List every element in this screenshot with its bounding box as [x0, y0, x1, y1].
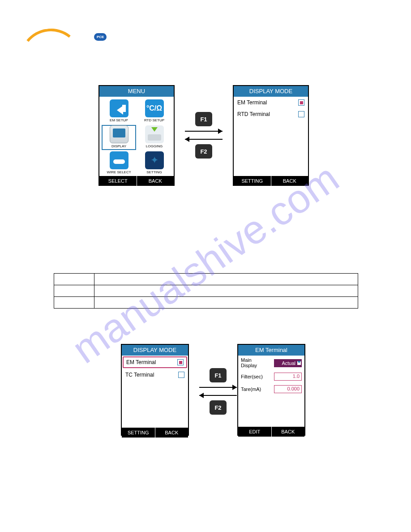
menu-item-label: EM SETUP: [101, 118, 137, 122]
table-row: [54, 274, 358, 285]
list-item-label: EM Terminal: [237, 99, 267, 106]
display-mode-title: DISPLAY MODE: [234, 86, 308, 97]
nav-keys-row1: F1 F2: [179, 112, 228, 159]
nav-keys-row2: F1 F2: [193, 368, 243, 415]
menu-item-label: LOGGING: [137, 144, 172, 148]
menu-item-logging[interactable]: LOGGING: [137, 124, 172, 150]
menu-item-label: DISPLAY: [101, 144, 137, 148]
arrow-left-icon: [196, 392, 240, 399]
device-screen-menu: MENU EM SETUP °C/Ω RTD SETUP DISPLAY LOG…: [98, 85, 175, 186]
table-cell: [94, 274, 358, 285]
menu-item-rtd-setup[interactable]: °C/Ω RTD SETUP: [137, 99, 172, 124]
f1-key[interactable]: F1: [210, 368, 227, 382]
em-setup-icon: [110, 99, 128, 117]
arrow-left-icon: [181, 136, 226, 142]
arrow-right-icon: [196, 384, 240, 390]
field-label: Tare(mA): [241, 386, 261, 392]
field-filter[interactable]: Filter(sec) 1.0: [238, 370, 304, 383]
softkey-setting[interactable]: SETTING: [234, 176, 271, 186]
table-cell: [54, 274, 94, 285]
list-item-label: TC Terminal: [125, 372, 154, 378]
list-item-label: EM Terminal: [126, 359, 156, 365]
f2-key[interactable]: F2: [210, 400, 227, 415]
arrow-right-icon: [181, 128, 226, 134]
field-label: Main Display: [241, 358, 257, 368]
menu-item-em-setup[interactable]: EM SETUP: [101, 99, 137, 124]
setting-icon: [145, 151, 164, 169]
rtd-setup-icon: °C/Ω: [145, 99, 164, 117]
table-cell: [94, 297, 358, 309]
display-icon: [110, 125, 128, 143]
device-screen-display-mode-1: DISPLAY MODE EM Terminal RTD Terminal SE…: [233, 85, 309, 186]
f2-key[interactable]: F2: [195, 144, 212, 159]
menu-item-label: RTD SETUP: [137, 118, 172, 122]
softkey-back[interactable]: BACK: [271, 176, 308, 186]
list-item-label: RTD Terminal: [237, 111, 270, 117]
softkey-back[interactable]: BACK: [155, 428, 188, 438]
input-filter[interactable]: 1.0: [274, 373, 302, 381]
dropdown-main-display[interactable]: Actual: [274, 359, 302, 367]
wire-select-icon: [110, 151, 128, 169]
dropdown-value: Actual: [282, 360, 295, 366]
display-mode-title: DISPLAY MODE: [122, 345, 188, 356]
table-row: [54, 297, 358, 309]
f1-key[interactable]: F1: [195, 112, 212, 126]
table-cell: [54, 297, 94, 309]
softkey-setting[interactable]: SETTING: [122, 428, 155, 438]
menu-item-display[interactable]: DISPLAY: [101, 124, 137, 150]
checkbox-unchecked-icon[interactable]: [298, 111, 304, 117]
info-table: [54, 273, 358, 309]
watermark: manualshive.com: [64, 155, 347, 373]
table-cell: [54, 285, 94, 297]
device-screen-display-mode-2: DISPLAY MODE EM Terminal TC Terminal SET…: [121, 344, 189, 436]
table-row: [54, 285, 358, 297]
menu-item-label: SETTING: [137, 170, 172, 174]
logging-icon: [145, 125, 164, 143]
menu-title: MENU: [99, 86, 174, 97]
device-screen-em-terminal: EM Terminal Main Display Actual Filter(s…: [237, 344, 305, 436]
field-tare[interactable]: Tare(mA) 0.000: [238, 383, 304, 395]
list-item-em-terminal[interactable]: EM Terminal: [123, 356, 187, 368]
table-cell: [94, 285, 358, 297]
checkbox-checked-icon[interactable]: [177, 359, 184, 365]
input-tare[interactable]: 0.000: [274, 385, 302, 393]
checkbox-unchecked-icon[interactable]: [178, 372, 184, 378]
softkey-back[interactable]: BACK: [272, 427, 305, 437]
em-terminal-title: EM Terminal: [238, 345, 304, 356]
brand-badge: PCE: [94, 33, 107, 41]
list-item-tc-terminal[interactable]: TC Terminal: [122, 369, 188, 381]
menu-item-label: WIRE SELECT: [101, 170, 137, 174]
list-item-em-terminal[interactable]: EM Terminal: [234, 97, 308, 108]
checkbox-checked-icon[interactable]: [298, 99, 304, 106]
field-label: Filter(sec): [241, 374, 263, 379]
list-item-rtd-terminal[interactable]: RTD Terminal: [234, 108, 308, 120]
menu-item-setting[interactable]: SETTING: [137, 150, 172, 176]
softkey-edit[interactable]: EDIT: [238, 427, 272, 437]
brand-logo: PCE: [27, 27, 81, 45]
menu-item-wire-select[interactable]: WIRE SELECT: [101, 150, 137, 176]
field-main-display[interactable]: Main Display Actual: [238, 356, 304, 370]
